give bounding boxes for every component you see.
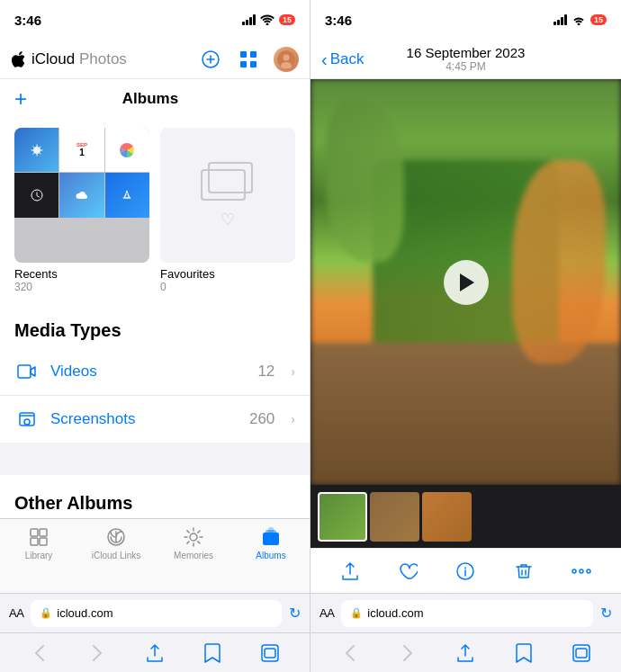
media-types-section: Videos 12 › Screenshots 260 › xyxy=(0,348,310,443)
other-albums-header: Other Albums xyxy=(0,475,310,518)
status-bar-right: 3:46 15 xyxy=(310,0,621,40)
albums-header: + Albums xyxy=(0,79,310,119)
forward-button-left[interactable] xyxy=(81,637,113,669)
videos-chevron: › xyxy=(291,364,295,379)
app-icloud-cell xyxy=(59,173,104,217)
status-time-left: 3:46 xyxy=(14,13,41,28)
left-panel: 3:46 15 iCloud Photos xyxy=(0,0,310,672)
list-item-videos[interactable]: Videos 12 › xyxy=(0,348,310,396)
browser-bar-left: AA 🔒 icloud.com ↻ xyxy=(0,593,310,632)
svg-rect-2 xyxy=(250,51,256,58)
status-icons-left: 15 xyxy=(242,14,295,25)
heart-icon: ♡ xyxy=(220,210,235,229)
status-bar-left: 3:46 15 xyxy=(0,0,310,40)
lock-icon-right: 🔒 xyxy=(350,607,363,619)
icloud-links-tab-label: iCloud Links xyxy=(92,551,140,560)
memories-tab-icon xyxy=(183,526,204,548)
status-icons-right: 15 xyxy=(554,14,607,25)
icloud-nav-bar: iCloud Photos xyxy=(0,40,310,79)
grid-button[interactable] xyxy=(236,47,261,72)
app-appstore-cell xyxy=(105,173,149,217)
tab-library[interactable]: Library xyxy=(0,526,77,560)
refresh-button-right[interactable]: ↻ xyxy=(600,605,612,622)
photo-time-subtitle: 4:45 PM xyxy=(407,60,526,73)
svg-point-27 xyxy=(580,569,583,573)
avatar[interactable] xyxy=(274,47,299,72)
memories-tab-label: Memories xyxy=(174,551,213,560)
share-button-right[interactable] xyxy=(449,637,482,669)
info-photo-button[interactable] xyxy=(449,555,482,587)
screenshot-icon xyxy=(14,407,40,432)
list-item-screenshots[interactable]: Screenshots 260 › xyxy=(0,396,310,443)
app-weather-cell xyxy=(14,128,58,172)
filmstrip xyxy=(310,485,621,548)
icloud-links-tab-icon xyxy=(105,526,127,548)
more-photo-button[interactable] xyxy=(565,555,598,587)
tab-memories[interactable]: Memories xyxy=(155,526,232,560)
browser-url-container-right[interactable]: 🔒 icloud.com xyxy=(341,600,593,627)
back-chevron-icon: ‹ xyxy=(321,50,328,68)
share-photo-button[interactable] xyxy=(334,555,366,587)
bookmarks-button-left[interactable] xyxy=(196,637,229,669)
photo-viewer xyxy=(310,79,621,485)
screenshots-chevron: › xyxy=(291,412,295,426)
delete-photo-button[interactable] xyxy=(508,555,540,587)
bookmarks-button-right[interactable] xyxy=(508,637,540,669)
app-more-cell xyxy=(14,219,149,229)
forward-button-right[interactable] xyxy=(392,637,424,669)
wifi-icon-right xyxy=(572,14,586,25)
recents-album-count: 320 xyxy=(14,281,149,293)
icloud-app-name: iCloud Photos xyxy=(32,50,127,68)
favourites-placeholder: ♡ xyxy=(192,153,264,238)
icloud-nav-right xyxy=(198,47,299,72)
photo-action-bar xyxy=(310,548,621,593)
svg-rect-4 xyxy=(250,61,256,67)
svg-point-12 xyxy=(24,419,30,425)
browser-aa-left[interactable]: AA xyxy=(9,606,23,620)
play-button[interactable] xyxy=(444,260,489,305)
back-button-left[interactable] xyxy=(23,637,56,669)
albums-title: Albums xyxy=(27,90,274,108)
library-tab-label: Library xyxy=(25,551,53,560)
albums-tab-icon xyxy=(260,526,282,548)
signal-icon-right xyxy=(554,14,567,25)
album-favourites[interactable]: ♡ Favourites 0 xyxy=(160,128,295,293)
svg-rect-1 xyxy=(240,51,247,58)
videos-label: Videos xyxy=(50,363,247,381)
photo-date-title: 16 September 2023 xyxy=(407,45,526,60)
browser-url-container-left[interactable]: 🔒 icloud.com xyxy=(31,600,282,627)
svg-point-6 xyxy=(284,54,290,60)
favourites-album-name: Favourites xyxy=(160,267,295,281)
app-photos-cell xyxy=(105,128,149,172)
favourite-photo-button[interactable] xyxy=(392,555,424,587)
app-calendar-cell: SEP 1 xyxy=(59,128,104,172)
browser-nav-left xyxy=(0,632,310,672)
tabs-button-right[interactable] xyxy=(565,637,598,669)
film-thumb-1[interactable] xyxy=(318,492,367,542)
film-thumb-3[interactable] xyxy=(422,492,472,542)
tab-albums[interactable]: Albums xyxy=(232,526,310,560)
video-icon xyxy=(14,359,40,384)
media-types-header: Media Types xyxy=(0,302,310,348)
svg-rect-3 xyxy=(240,61,247,67)
tab-icloud-links[interactable]: iCloud Links xyxy=(77,526,155,560)
battery-badge-right: 15 xyxy=(590,14,607,25)
back-button-right[interactable] xyxy=(334,637,366,669)
film-thumb-2[interactable] xyxy=(370,492,419,542)
signal-icon xyxy=(242,14,256,25)
right-panel: 3:46 15 ‹ Back 16 September 2023 4:45 PM xyxy=(310,0,621,672)
share-button-left[interactable] xyxy=(139,637,171,669)
recents-thumbnail: SEP 1 xyxy=(14,128,149,263)
add-album-button[interactable]: + xyxy=(14,86,27,112)
refresh-button-left[interactable]: ↻ xyxy=(289,605,301,622)
album-recents[interactable]: SEP 1 xyxy=(14,128,149,293)
svg-rect-14 xyxy=(31,529,38,536)
section-divider-1 xyxy=(0,443,310,475)
add-circle-button[interactable] xyxy=(198,47,223,72)
back-button[interactable]: ‹ Back xyxy=(321,50,364,68)
tabs-button-left[interactable] xyxy=(254,637,286,669)
wifi-icon xyxy=(260,14,274,25)
svg-point-19 xyxy=(190,533,197,541)
battery-badge: 15 xyxy=(279,14,295,25)
browser-aa-right[interactable]: AA xyxy=(320,606,334,620)
